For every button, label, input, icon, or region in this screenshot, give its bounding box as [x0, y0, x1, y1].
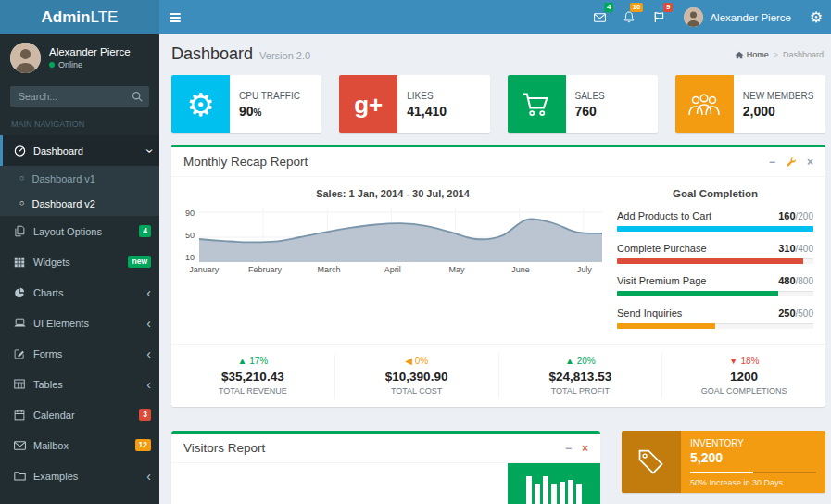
avatar — [10, 43, 41, 73]
sidebar-toggle-button[interactable] — [159, 0, 191, 34]
sidebar-item-dashboard-v2[interactable]: ○ Dashboard v2 — [0, 191, 159, 216]
info-box-row: ⚙ CPU TRAFFIC 90% g+ LIKES 41,410 SALES … — [171, 75, 825, 133]
sidebar-user-name: Alexander Pierce — [49, 46, 131, 57]
user-status[interactable]: Online — [49, 60, 131, 69]
app-logo[interactable]: AdminLTE — [0, 0, 159, 34]
circle-icon: ○ — [19, 174, 24, 183]
circle-icon: ○ — [19, 199, 24, 208]
table-icon — [14, 379, 33, 389]
x-axis-label: April — [384, 265, 401, 274]
collapse-button[interactable]: − — [565, 443, 572, 454]
close-button[interactable]: × — [582, 443, 588, 454]
folder-icon — [14, 471, 33, 481]
x-axis-label: May — [448, 265, 464, 274]
tasks-badge: 9 — [663, 3, 673, 12]
bottom-row: Visitors Report − × INVENTORY 5,200 50% … — [171, 431, 825, 504]
dashboard-icon — [14, 145, 33, 157]
control-sidebar-toggle[interactable]: ⚙ — [801, 0, 831, 34]
navbar: AdminLTE 4 10 9 Alexander Pierce — [0, 0, 831, 34]
y-axis: 90 50 10 — [183, 208, 199, 262]
breadcrumb: Home > Dashboard — [735, 50, 824, 59]
box-tools: − × — [565, 443, 588, 454]
caret-down-icon: ▼ — [729, 356, 738, 366]
google-plus-icon: g+ — [339, 75, 397, 133]
sidebar: Alexander Pierce Online MAIN NAVIGATION … — [0, 34, 159, 504]
chevron-left-icon: ‹ — [146, 317, 151, 330]
breadcrumb-home[interactable]: Home — [735, 50, 769, 59]
visitors-stats-pane — [508, 463, 600, 504]
recap-footer: ▲ 17% $35,210.43 TOTAL REVENUE ◀ 0% $10,… — [171, 344, 825, 407]
caret-up-icon: ▲ — [238, 356, 247, 366]
progress-group: Complete Purchase310/400 — [617, 243, 813, 264]
sidebar-item-mailbox[interactable]: Mailbox 12 — [0, 430, 159, 460]
info-box-new-members: NEW MEMBERS 2,000 — [675, 75, 825, 133]
chevron-down-icon: ‹ — [143, 148, 156, 153]
sidebar-search-form — [10, 86, 149, 107]
page-subtitle: Version 2.0 — [259, 50, 310, 61]
x-axis-label: June — [511, 265, 530, 274]
x-axis-label: February — [248, 265, 282, 274]
dashboard-submenu: ○ Dashboard v1 ○ Dashboard v2 — [0, 166, 159, 216]
stat-total-revenue: ▲ 17% $35,210.43 TOTAL REVENUE — [171, 353, 335, 398]
breadcrumb-separator: > — [774, 50, 778, 59]
inventory-description: 50% Increase in 30 Days — [690, 478, 816, 487]
messages-badge: 4 — [604, 3, 613, 12]
x-axis: January February March April May June Ju… — [199, 262, 602, 276]
sidebar-item-ui-elements[interactable]: UI Elements ‹ — [0, 308, 159, 338]
search-button[interactable] — [125, 86, 149, 107]
info-box-label: CPU TRAFFIC — [239, 91, 300, 101]
box-title: Monthly Recap Report — [183, 155, 308, 169]
info-box-label: NEW MEMBERS — [743, 91, 814, 101]
visitors-map-area — [171, 463, 600, 504]
sidebar-item-layout-options[interactable]: Layout Options 4 — [0, 216, 159, 246]
top-navbar: 4 10 9 Alexander Pierce ⚙ — [159, 0, 831, 34]
sidebar-item-tables[interactable]: Tables ‹ — [0, 369, 159, 399]
notifications-menu[interactable]: 10 — [614, 0, 644, 34]
inventory-value: 5,200 — [690, 450, 816, 465]
content: DashboardVersion 2.0 Home > Dashboard ⚙ … — [159, 34, 831, 504]
box-header: Monthly Recap Report − × — [171, 147, 825, 177]
search-input[interactable] — [10, 86, 125, 107]
x-axis-label: January — [189, 265, 219, 274]
tasks-menu[interactable]: 9 — [644, 0, 674, 34]
sidebar-nav-header: MAIN NAVIGATION — [0, 107, 159, 135]
breadcrumb-current: Dashboard — [783, 50, 824, 59]
inventory-info-box: INVENTORY 5,200 50% Increase in 30 Days — [622, 431, 825, 493]
flag-icon — [654, 11, 664, 23]
chart-title: Sales: 1 Jan, 2014 - 30 Jul, 2014 — [183, 188, 602, 199]
visitors-report-box: Visitors Report − × — [171, 431, 600, 504]
info-box-likes: g+ LIKES 41,410 — [339, 75, 489, 133]
stat-total-cost: ◀ 0% $10,390.90 TOTAL COST — [335, 353, 499, 398]
sidebar-item-dashboard[interactable]: Dashboard ‹ — [0, 135, 159, 166]
sidebar-item-examples[interactable]: Examples ‹ — [0, 460, 159, 491]
search-icon — [132, 91, 143, 102]
user-menu[interactable]: Alexander Pierce — [674, 0, 801, 34]
wrench-button[interactable] — [786, 157, 797, 168]
goal-completion: Goal Completion Add Products to Cart160/… — [617, 186, 813, 340]
avatar — [684, 7, 703, 27]
badge: 3 — [139, 409, 151, 421]
home-icon — [735, 51, 744, 59]
inventory-progress-bar — [690, 472, 816, 473]
sidebar-item-charts[interactable]: Charts ‹ — [0, 277, 159, 308]
sidebar-item-calendar[interactable]: Calendar 3 — [0, 399, 159, 430]
tag-icon — [622, 431, 681, 493]
sidebar-item-widgets[interactable]: Widgets new — [0, 246, 159, 277]
sidebar-item-forms[interactable]: Forms ‹ — [0, 338, 159, 369]
chevron-left-icon: ‹ — [146, 286, 151, 299]
messages-menu[interactable]: 4 — [585, 0, 614, 34]
progress-bar — [617, 258, 813, 264]
info-box-label: LIKES — [407, 91, 447, 101]
info-box-value: 90% — [239, 104, 300, 119]
recap-body: Sales: 1 Jan, 2014 - 30 Jul, 2014 90 50 … — [171, 177, 825, 344]
info-box-sales: SALES 760 — [508, 75, 658, 133]
sidebar-item-dashboard-v1[interactable]: ○ Dashboard v1 — [0, 166, 159, 191]
box-title: Visitors Report — [183, 441, 265, 455]
grid-icon — [14, 257, 33, 268]
close-button[interactable]: × — [807, 157, 813, 168]
sidebar-menu: Dashboard ‹ ○ Dashboard v1 ○ Dashboard v… — [0, 135, 159, 491]
sales-chart: Sales: 1 Jan, 2014 - 30 Jul, 2014 90 50 … — [183, 186, 602, 340]
progress-bar — [617, 226, 813, 232]
progress-group: Add Products to Cart160/200 — [617, 210, 813, 232]
collapse-button[interactable]: − — [769, 157, 775, 168]
